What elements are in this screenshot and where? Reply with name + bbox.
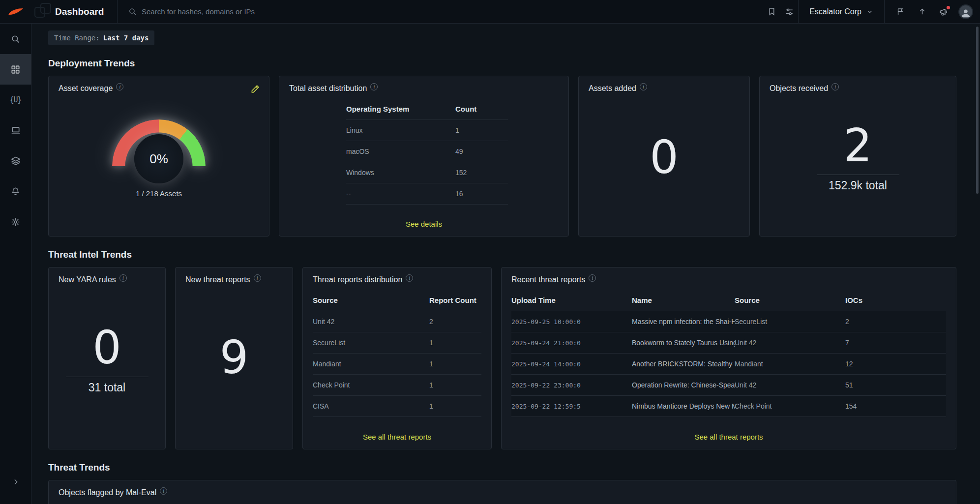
table-row[interactable]: 2025-09-25 10:00:0 Massive npm infection… [511, 311, 946, 332]
feedback-button[interactable] [891, 3, 909, 21]
layers-icon [11, 156, 21, 166]
gear-icon [11, 217, 20, 227]
time-range-label: Time Range: [54, 34, 100, 42]
table-row: Mandiant 1 [313, 354, 481, 375]
column-header: IOCs [845, 296, 946, 304]
card-title: Total asset distribution [289, 84, 367, 93]
recent-reports-table: Upload Time Name Source IOCs 2025-09-25 … [511, 296, 946, 417]
card-title: Assets added [589, 84, 636, 93]
cell-source: Check Point [313, 381, 429, 389]
dashboard-page: { "topbar": { "title": "Dashboard", "sea… [0, 0, 980, 504]
filter-settings-button[interactable] [780, 3, 798, 21]
cell-count: 152 [455, 169, 508, 177]
cell-report-count: 1 [429, 402, 481, 410]
table-row[interactable]: 2025-09-22 12:59:5 Nimbus Manticore Depl… [511, 396, 946, 417]
table-row[interactable]: 2025-09-24 14:00:0 Another BRICKSTORM: S… [511, 354, 946, 375]
cell-os: Linux [346, 126, 455, 134]
info-icon[interactable] [406, 274, 413, 282]
info-icon[interactable] [160, 487, 167, 495]
sidebar-item-search[interactable] [0, 24, 31, 54]
card-title: Recent threat reports [511, 275, 585, 284]
chevron-down-icon [866, 8, 873, 15]
cell-report-count: 2 [429, 318, 481, 326]
sidebar-expand-button[interactable] [0, 467, 31, 497]
sidebar-item-settings[interactable] [0, 207, 31, 237]
card-recent-threat-reports: Recent threat reports Upload Time Name S… [501, 267, 956, 449]
reports-distribution-table: Source Report Count Unit 42 2 SecureList… [313, 296, 481, 417]
cell-upload-time: 2025-09-24 21:00:0 [511, 339, 632, 347]
table-row: SecureList 1 [313, 332, 481, 354]
info-icon[interactable] [640, 83, 647, 90]
announcements-button[interactable] [935, 3, 952, 21]
section-threat-trends: Threat Trends [48, 462, 956, 473]
sidebar-item-yara-rules[interactable]: {U} [0, 85, 31, 115]
info-icon[interactable] [119, 274, 127, 282]
column-header: Name [632, 296, 735, 304]
cell-upload-time: 2025-09-22 23:00:0 [511, 382, 632, 389]
cell-report-count: 1 [429, 360, 481, 368]
divider [817, 175, 899, 175]
sidebar-item-assets[interactable] [0, 115, 31, 146]
card-header: Total asset distribution [289, 84, 559, 93]
card-header: Objects received [770, 84, 946, 93]
brand-logo[interactable] [0, 0, 31, 24]
cell-upload-time: 2025-09-25 10:00:0 [511, 318, 632, 326]
card-title: Objects received [770, 84, 828, 93]
bookmark-button[interactable] [763, 3, 780, 21]
chevron-right-icon [12, 478, 20, 486]
card-header: Asset coverage [59, 84, 259, 93]
card-header: Recent threat reports [511, 275, 946, 284]
cell-source: Mandiant [735, 360, 845, 368]
cell-source: SecureList [313, 339, 429, 347]
card-title: Threat reports distribution [313, 275, 402, 284]
card-threat-reports-distribution: Threat reports distribution Source Repor… [302, 267, 492, 449]
info-icon[interactable] [589, 274, 596, 282]
time-range-chip[interactable]: Time Range: Last 7 days [48, 30, 154, 45]
topbar-action-icons [885, 3, 980, 21]
cell-upload-time: 2025-09-24 14:00:0 [511, 360, 632, 368]
cell-iocs: 51 [845, 381, 946, 389]
upload-button[interactable] [913, 3, 931, 21]
search-input[interactable] [142, 7, 456, 16]
table-row: Unit 42 2 [313, 311, 481, 332]
sidebar-item-objects[interactable] [0, 146, 31, 176]
cell-count: 16 [455, 190, 508, 198]
table-row: Windows 152 [346, 162, 508, 183]
cell-source: Unit 42 [735, 381, 845, 389]
sidebar-item-dashboard[interactable] [0, 54, 31, 85]
section-deployment-trends: Deployment Trends [48, 58, 956, 69]
table-row: CISA 1 [313, 396, 481, 417]
edit-coverage-button[interactable] [251, 84, 260, 93]
table-row[interactable]: 2025-09-22 23:00:0 Operation Rewrite: Ch… [511, 375, 946, 396]
yara-braces-icon: {U} [9, 95, 21, 104]
vertical-scrollbar-thumb[interactable] [976, 27, 979, 194]
info-icon[interactable] [832, 83, 839, 90]
table-row: macOS 49 [346, 141, 508, 162]
see-details-link[interactable]: See details [279, 220, 568, 228]
pencil-icon [251, 84, 260, 93]
cell-report-name: Another BRICKSTORM: Stealthy Bac... [632, 360, 735, 368]
cell-report-count: 1 [429, 381, 481, 389]
coverage-gauge: 0% [112, 119, 206, 177]
info-icon[interactable] [116, 83, 123, 90]
sidebar-item-notifications[interactable] [0, 176, 31, 207]
user-avatar[interactable] [958, 4, 973, 19]
card-header: Threat reports distribution [313, 275, 481, 284]
cell-os: macOS [346, 148, 455, 155]
deployment-cards-row: Asset coverage 0% 1 / 218 Assets Total a… [48, 76, 956, 237]
title-area: Dashboard [31, 0, 118, 24]
search-icon [11, 34, 20, 44]
see-all-threat-reports-link[interactable]: See all threat reports [502, 433, 956, 441]
card-title: New YARA rules [59, 275, 116, 284]
arrow-up-icon [918, 7, 926, 16]
org-switcher[interactable]: Escalator Corp [799, 0, 884, 24]
topbar: Dashboard Escalator Corp [0, 0, 980, 24]
bookmark-icon [768, 7, 776, 16]
see-all-threat-reports-link[interactable]: See all threat reports [303, 433, 491, 441]
info-icon[interactable] [370, 83, 378, 90]
info-icon[interactable] [254, 274, 261, 282]
card-header: New threat reports [185, 275, 283, 284]
brand-swoosh-icon [8, 8, 24, 16]
table-row[interactable]: 2025-09-24 21:00:0 Bookworm to Stately T… [511, 332, 946, 354]
card-objects-received: Objects received 2 152.9k total [759, 76, 956, 237]
